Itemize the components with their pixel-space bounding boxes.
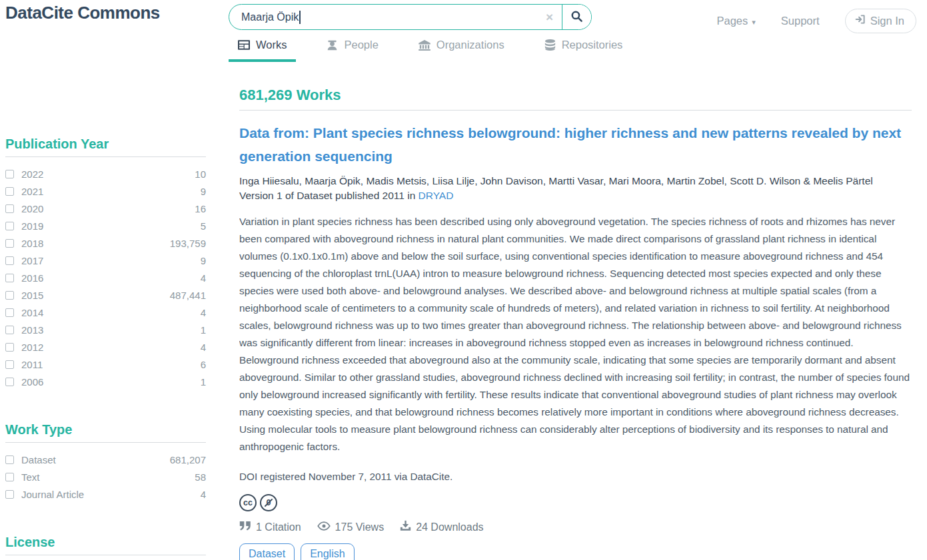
facet-count: 1 bbox=[201, 376, 206, 388]
facet-label: 2012 bbox=[21, 342, 201, 353]
facet-row[interactable]: 20116 bbox=[5, 356, 206, 373]
citation-quote-icon bbox=[239, 521, 251, 533]
tab-repositories[interactable]: Repositories bbox=[535, 35, 632, 62]
facet-checkbox[interactable] bbox=[5, 256, 14, 265]
search-bar[interactable]: Maarja Öpik × bbox=[229, 4, 592, 30]
facet-checkbox[interactable] bbox=[5, 455, 14, 464]
tab-repositories-label: Repositories bbox=[562, 39, 623, 51]
facet-row[interactable]: Dataset681,207 bbox=[5, 451, 206, 468]
facet-row[interactable]: 202016 bbox=[5, 200, 206, 217]
facet-row[interactable]: 20195 bbox=[5, 217, 206, 234]
facet-checkbox[interactable] bbox=[5, 187, 14, 196]
facet-count: 4 bbox=[201, 272, 206, 284]
header-nav: Pages ▾ Support Sign In bbox=[717, 9, 917, 33]
results-count-heading: 681,269 Works bbox=[239, 87, 912, 104]
results-panel: 681,269 Works Data from: Plant species r… bbox=[239, 87, 912, 455]
facet-group: Work Type Dataset681,207Text58Journal Ar… bbox=[5, 421, 206, 503]
facet-label: Text bbox=[21, 471, 195, 483]
facet-count: 10 bbox=[195, 168, 206, 180]
search-tabs: Works People Organizations bbox=[229, 35, 632, 62]
citation-count: 1 Citation bbox=[256, 521, 301, 533]
facet-label: 2017 bbox=[21, 255, 201, 266]
sign-in-button[interactable]: Sign In bbox=[845, 9, 916, 33]
facet-checkbox[interactable] bbox=[5, 222, 14, 230]
facet-group: License bbox=[5, 533, 206, 560]
facet-label: 2016 bbox=[21, 272, 201, 284]
facet-count: 487,441 bbox=[170, 290, 206, 301]
facet-row[interactable]: 202210 bbox=[5, 165, 206, 182]
tab-organizations[interactable]: Organizations bbox=[409, 35, 514, 62]
facet-checkbox[interactable] bbox=[5, 291, 14, 300]
sidebar: Publication Year 20221020219202016201952… bbox=[5, 135, 206, 560]
facet-group: Publication Year 20221020219202016201952… bbox=[5, 135, 206, 390]
facet-label: Journal Article bbox=[21, 489, 201, 500]
divider bbox=[239, 110, 912, 111]
tab-people-label: People bbox=[344, 39, 378, 51]
facet-checkbox[interactable] bbox=[5, 170, 14, 178]
pages-menu[interactable]: Pages ▾ bbox=[717, 15, 756, 27]
chevron-down-icon: ▾ bbox=[752, 18, 756, 27]
tab-people[interactable]: People bbox=[317, 35, 387, 62]
tab-works[interactable]: Works bbox=[229, 35, 296, 62]
facet-checkbox[interactable] bbox=[5, 274, 14, 282]
facet-count: 6 bbox=[201, 359, 206, 370]
work-tags: Dataset English bbox=[239, 543, 912, 560]
tag-dataset[interactable]: Dataset bbox=[239, 543, 295, 560]
facet-checkbox[interactable] bbox=[5, 204, 14, 213]
facet-row[interactable]: 20131 bbox=[5, 321, 206, 338]
support-link[interactable]: Support bbox=[781, 15, 820, 27]
cc-zero-license-icon[interactable]: 0 bbox=[260, 494, 277, 511]
facet-checkbox[interactable] bbox=[5, 308, 14, 317]
search-button[interactable] bbox=[562, 5, 591, 29]
cc-license-icon[interactable]: cc bbox=[239, 494, 257, 511]
license-badges: cc 0 bbox=[239, 494, 912, 511]
sign-in-label: Sign In bbox=[870, 15, 904, 27]
facet-checkbox[interactable] bbox=[5, 473, 14, 481]
facet-row[interactable]: 20219 bbox=[5, 182, 206, 200]
facet-count: 9 bbox=[201, 255, 206, 266]
tab-works-label: Works bbox=[256, 39, 287, 51]
facet-count: 4 bbox=[201, 307, 206, 318]
facet-row[interactable]: 2018193,759 bbox=[5, 234, 206, 252]
doi-registered-line: DOI registered November 7, 2011 via Data… bbox=[239, 471, 912, 483]
downloads-metric: 24 Downloads bbox=[400, 520, 483, 534]
facet-count: 681,207 bbox=[170, 454, 206, 465]
works-icon bbox=[238, 40, 250, 50]
search-input[interactable]: Maarja Öpik bbox=[229, 5, 538, 29]
publisher-link[interactable]: DRYAD bbox=[419, 190, 454, 201]
facet-count: 58 bbox=[195, 471, 206, 483]
facet-row[interactable]: 20179 bbox=[5, 252, 206, 269]
facet-label: 2021 bbox=[21, 186, 201, 197]
pages-menu-label: Pages bbox=[717, 15, 748, 27]
bank-icon bbox=[419, 40, 431, 51]
work-footer: DOI registered November 7, 2011 via Data… bbox=[239, 471, 912, 560]
facet-checkbox[interactable] bbox=[5, 490, 14, 499]
facet-label: 2019 bbox=[21, 220, 201, 232]
facet-row[interactable]: 20164 bbox=[5, 269, 206, 286]
facet-row[interactable]: 20144 bbox=[5, 304, 206, 321]
facet-checkbox[interactable] bbox=[5, 343, 14, 352]
views-count: 175 Views bbox=[335, 521, 385, 533]
facet-checkbox[interactable] bbox=[5, 378, 14, 386]
facet-count: 16 bbox=[195, 203, 206, 214]
work-title-link[interactable]: Data from: Plant species richness belowg… bbox=[239, 121, 912, 168]
facet-checkbox[interactable] bbox=[5, 239, 14, 248]
app-logo[interactable]: DataCite Commons bbox=[5, 3, 160, 23]
tag-english[interactable]: English bbox=[301, 543, 354, 560]
tab-organizations-label: Organizations bbox=[437, 39, 504, 51]
facet-row[interactable]: Journal Article4 bbox=[5, 485, 206, 503]
facet-row[interactable]: 20124 bbox=[5, 338, 206, 356]
facet-row[interactable]: 20061 bbox=[5, 373, 206, 390]
clear-search-icon[interactable]: × bbox=[538, 5, 562, 29]
facet-count: 1 bbox=[201, 324, 206, 336]
facet-count: 9 bbox=[201, 186, 206, 197]
facet-row[interactable]: 2015487,441 bbox=[5, 286, 206, 304]
facet-row[interactable]: Text58 bbox=[5, 468, 206, 485]
work-authors: Inga Hiiesalu, Maarja Öpik, Madis Metsis… bbox=[239, 174, 912, 188]
sign-in-icon bbox=[855, 14, 866, 27]
facet-count: 4 bbox=[201, 342, 206, 353]
text-cursor bbox=[299, 11, 301, 24]
facet-checkbox[interactable] bbox=[5, 326, 14, 334]
facet-label: 2014 bbox=[21, 307, 201, 318]
facet-checkbox[interactable] bbox=[5, 360, 14, 369]
